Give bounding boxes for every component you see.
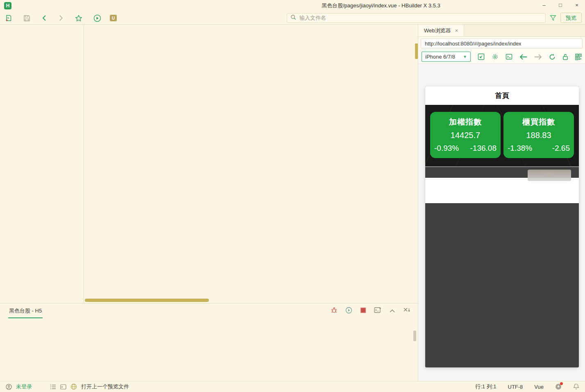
file-tree <box>0 25 84 303</box>
toast-remnant <box>528 170 571 181</box>
index-name: 櫃買指數 <box>503 117 574 127</box>
console-panel: 黑色台股 - H5 <box>0 303 418 381</box>
notification-bell-icon[interactable] <box>573 383 579 390</box>
save-icon[interactable] <box>23 15 30 22</box>
open-previous-preview[interactable]: 打开上一个预览文件 <box>81 383 129 390</box>
line-col-indicator[interactable]: 行:1 列:1 <box>475 383 496 390</box>
restart-icon[interactable] <box>345 307 352 315</box>
window-controls: – □ × <box>536 0 585 11</box>
filter-funnel-icon[interactable] <box>550 15 556 23</box>
phone-hero: 加權指數 14425.7 -0.93% -136.08 櫃買指數 188.83 <box>425 105 579 166</box>
editor-tabs <box>84 25 418 39</box>
back-arrow-icon[interactable] <box>519 54 527 60</box>
browser-tab-strip: Web浏览器 × <box>418 25 585 37</box>
index-change: -136.08 <box>470 144 497 153</box>
preview-area: 首頁 加權指數 14425.7 -0.93% -136.08 櫃買指數 <box>418 64 585 381</box>
stop-icon[interactable] <box>360 307 366 315</box>
chevron-down-icon: ▼ <box>463 54 467 59</box>
index-change: -2.65 <box>552 144 570 153</box>
index-percent: -1.38% <box>508 144 532 153</box>
lock-icon[interactable] <box>562 54 568 60</box>
clear-icon[interactable] <box>403 307 410 315</box>
device-bar: iPhone 6/7/8 ▼ <box>418 50 585 64</box>
preview-button[interactable]: 预览 <box>560 13 582 23</box>
phone-tab-bar <box>425 178 579 203</box>
hbuilderx-logo-icon: H <box>4 2 11 9</box>
title-bar: H 黑色台股/pages/jiaoyi/index.vue - HBuilder… <box>0 0 585 11</box>
star-icon[interactable] <box>75 15 82 22</box>
console-log <box>0 318 418 322</box>
status-bar: 未登录 打开上一个预览文件 行:1 列:1 UTF-8 Vue <box>0 381 585 392</box>
minimap-scrollbar[interactable] <box>415 43 418 59</box>
collapse-icon[interactable] <box>389 307 395 315</box>
toolbar: U 输入文件名 预览 <box>0 11 585 25</box>
resize-icon[interactable] <box>478 53 485 60</box>
device-label: iPhone 6/7/8 <box>425 54 455 60</box>
close-button[interactable]: × <box>569 0 585 11</box>
phone-strip <box>425 167 579 178</box>
phone-preview: 首頁 加權指數 14425.7 -0.93% -136.08 櫃買指數 <box>425 86 579 367</box>
url-input[interactable]: http://localhost:8080/#/pages/index/inde… <box>421 39 583 48</box>
console-tab[interactable]: 黑色台股 - H5 <box>8 304 43 318</box>
project-icon: U <box>110 15 117 21</box>
search-icon <box>290 14 297 22</box>
web-browser-panel: Web浏览器 × http://localhost:8080/#/pages/i… <box>418 25 585 381</box>
tab-close-icon[interactable]: × <box>455 27 458 34</box>
encoding-indicator[interactable]: UTF-8 <box>508 384 523 390</box>
index-value: 14425.7 <box>430 131 501 140</box>
devtools-icon[interactable] <box>506 53 512 60</box>
index-name: 加權指數 <box>430 117 501 127</box>
globe-icon[interactable] <box>70 383 77 390</box>
horizontal-scrollbar[interactable] <box>85 299 209 302</box>
qrcode-icon[interactable] <box>575 54 582 60</box>
index-card-otc[interactable]: 櫃買指數 188.83 -1.38% -2.65 <box>503 112 574 158</box>
refresh-icon[interactable] <box>549 54 556 60</box>
tab-web-browser[interactable]: Web浏览器 × <box>418 25 464 36</box>
login-status[interactable]: 未登录 <box>16 383 32 390</box>
language-indicator[interactable]: Vue <box>534 384 544 390</box>
update-download-icon[interactable] <box>555 383 562 390</box>
settings-gear-icon[interactable] <box>492 53 499 60</box>
forward-arrow-icon[interactable] <box>534 54 542 60</box>
terminal-small-icon[interactable] <box>60 384 66 390</box>
minimap <box>379 41 418 297</box>
new-file-icon[interactable] <box>5 14 12 22</box>
code-editor[interactable] <box>84 25 418 303</box>
phone-nav-title: 首頁 <box>425 86 579 105</box>
breadcrumb: U <box>110 11 117 25</box>
run-icon[interactable] <box>93 14 101 22</box>
index-value: 188.83 <box>503 131 574 140</box>
minimize-button[interactable]: – <box>536 0 552 11</box>
console-scrollbar[interactable] <box>413 331 416 341</box>
debug-icon[interactable] <box>331 307 338 315</box>
file-search-input[interactable]: 输入文件名 <box>287 13 546 23</box>
forward-icon[interactable] <box>58 15 64 21</box>
device-selector[interactable]: iPhone 6/7/8 ▼ <box>422 52 471 62</box>
browser-tab-label: Web浏览器 <box>424 27 451 34</box>
terminal-icon[interactable] <box>374 307 381 315</box>
index-card-weighted[interactable]: 加權指數 14425.7 -0.93% -136.08 <box>430 112 501 158</box>
account-icon[interactable] <box>6 384 12 390</box>
url-bar-row: http://localhost:8080/#/pages/index/inde… <box>418 37 585 50</box>
back-icon[interactable] <box>41 15 47 21</box>
outline-list-icon[interactable] <box>50 384 56 390</box>
index-percent: -0.93% <box>434 144 459 153</box>
maximize-button[interactable]: □ <box>552 0 569 11</box>
window-title: 黑色台股/pages/jiaoyi/index.vue - HBuilder X… <box>322 0 440 11</box>
search-placeholder: 输入文件名 <box>299 14 326 22</box>
hbuilderx-window: H 黑色台股/pages/jiaoyi/index.vue - HBuilder… <box>0 0 585 392</box>
code-area[interactable] <box>84 39 379 297</box>
